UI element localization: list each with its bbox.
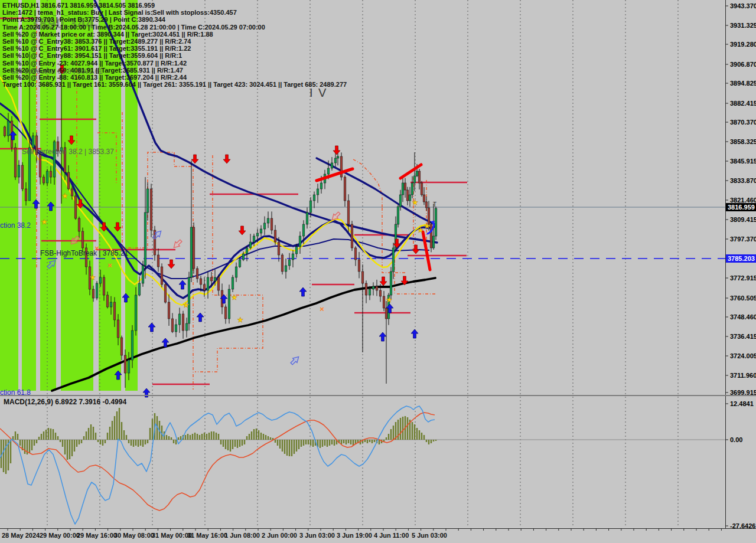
price-axis-label: 3772.915 (730, 274, 756, 282)
time-axis-label: 1 Jun 08:00 (224, 532, 260, 539)
star-icon: ★ (424, 222, 431, 230)
star-icon: ★ (412, 198, 419, 207)
macd-main-line (0, 406, 435, 524)
time-axis-label: 4 Jun 11:00 (374, 532, 409, 539)
time-axis-label: 28 May 2024 (2, 532, 40, 539)
buy-arrow-icon (148, 323, 155, 332)
fsb-high-to-break-label: FSB-HighToBreak | 3785.21 (40, 249, 128, 257)
signal-info-line: Sell %10 @ C_Entry61: 3901.617 || Target… (2, 45, 191, 52)
buy-arrow-icon (179, 280, 186, 289)
macd-axis-label: -27.6426 (730, 522, 755, 529)
star-icon: ★ (418, 226, 424, 234)
sell-arrow-icon (333, 146, 340, 155)
buy-arrow-icon (411, 329, 418, 338)
signal-info-line: Sell %20 @ Market price or at: 3890.344 … (2, 31, 213, 38)
buy-arrow-icon (197, 313, 204, 322)
star-icon: ★ (386, 296, 393, 304)
buy-arrow-icon (379, 332, 386, 341)
trading-chart-window: ★★★★★★★★★★×××T ETHUSD,H1 3816.671 3816.9… (0, 0, 756, 543)
time-axis-label: 31 May 00:00 (152, 532, 192, 539)
x-mark-icon: × (320, 305, 324, 313)
left-correction-618-label: ction 61.8 (0, 388, 31, 397)
signal-info-line: Line:1472 | tema_h1_status: Buy | Last S… (2, 9, 237, 16)
price-axis-label: 3882.415 (730, 100, 756, 107)
signal-info-line: Sell %10 @ Entry -23: 4027.944 || Target… (2, 60, 187, 67)
price-axis-label: 3906.870 (730, 61, 756, 68)
x-mark-icon: × (107, 261, 112, 270)
signal-info-line: Point A:3979.703 | Point B:3775.29 | Poi… (2, 16, 165, 23)
fsb-level-price-tag: 3785.203 (726, 254, 756, 263)
signal-info-line: ETHUSD,H1 3816.671 3816.959 3814.505 381… (2, 2, 155, 9)
price-axis-label: 3699.915 (730, 389, 756, 396)
bid-price-tag: 3816.959 (726, 203, 756, 211)
price-axis-label: 3870.370 (730, 119, 756, 126)
star-icon: ★ (183, 301, 190, 309)
sell-correction-382-label: Sell correction 38.2 | 3853.37 (22, 148, 114, 156)
macd-axis-label: 0.00 (730, 436, 742, 443)
sell-arrow-icon (223, 155, 230, 163)
elliott-wave-label: I V (309, 86, 327, 100)
hollow-down-arrow-icon (172, 238, 183, 250)
sell-arrow-icon (191, 155, 198, 163)
t-mark-icon: T (433, 201, 436, 208)
time-axis-label: 31 May 16:00 (187, 532, 227, 539)
price-axis-label: 3943.370 (730, 2, 756, 9)
pane-separator-shadow (0, 395, 756, 396)
buy-arrow-icon (299, 287, 307, 296)
hollow-up-arrow-icon (289, 355, 301, 366)
signal-info-line: Sell %20 @ Entry -88: 4160.813 || Target… (2, 74, 187, 81)
price-axis-label: 3931.325 (730, 22, 756, 29)
price-axis-label: 3919.280 (730, 41, 756, 48)
price-axis-label: 3760.505 (730, 295, 756, 302)
macd-axis-label: 12.4841 (730, 400, 754, 407)
time-axis-label: 29 May 16:00 (77, 532, 117, 539)
time-axis-label: 30 May 08:00 (114, 532, 154, 539)
signal-info-line: Sell %10 @ C_Entry88: 3954.151 || Target… (2, 52, 182, 59)
time-axis-label: 2 Jun 00:00 (262, 532, 297, 539)
sell-arrow-icon (168, 260, 175, 269)
price-axis-label: 3711.960 (730, 372, 756, 379)
price-axis-label: 3845.915 (730, 158, 756, 165)
star-icon: ★ (237, 316, 244, 324)
time-axis-label: 29 May 00:00 (40, 532, 80, 539)
signal-info-line: Sell %10 @ C_Entry38: 3853.376 || Target… (2, 38, 191, 45)
time-axis-border (0, 528, 756, 529)
hollow-up-arrow-icon (152, 229, 163, 240)
price-axis-label: 3797.370 (730, 235, 756, 243)
sell-arrow-icon (239, 226, 246, 235)
price-axis-label: 3858.325 (730, 138, 756, 145)
price-axis-label: 3833.870 (730, 177, 756, 184)
price-axis-label: 3809.415 (730, 216, 756, 223)
star-icon: ★ (62, 192, 69, 200)
left-correction-382-label: ction 38.2 (0, 221, 31, 230)
time-axis-label: 3 Jun 03:00 (299, 532, 335, 539)
star-icon: ★ (41, 218, 48, 226)
time-axis-label: 3 Jun 19:00 (337, 532, 372, 539)
time-axis-label: 5 Jun 03:00 (412, 532, 447, 539)
price-axis-label: 3894.825 (730, 80, 756, 87)
price-axis-label: 3748.460 (730, 313, 756, 320)
price-axis-label: 3736.415 (730, 333, 756, 340)
star-icon: ★ (90, 273, 96, 282)
macd-indicator-label: MACD(12,26,9) 6.8922 7.3916 -0.4994 (4, 398, 126, 406)
signal-info-line: Sell %20 @ Entry -50: 4081.91 || Target:… (2, 67, 183, 74)
signal-info-line: Target 100: 3685.931 || Target 161: 3559… (2, 81, 347, 88)
price-axis-label: 3724.005 (730, 352, 756, 359)
sell-arrow-icon (380, 277, 387, 286)
star-icon: ★ (232, 293, 238, 302)
signal-info-line: Time A:2024.05.27 18:00:00 | Time B:2024… (2, 24, 265, 31)
